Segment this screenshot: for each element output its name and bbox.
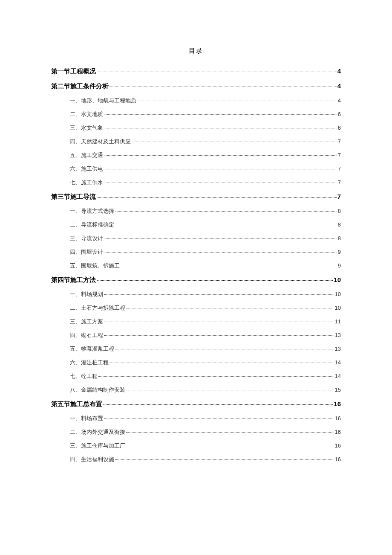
toc-label: 三、施工仓库与加工厂: [70, 443, 125, 448]
toc-leader-dots: [97, 197, 337, 198]
toc-leader-dots: [104, 418, 334, 419]
toc-entry: 三、施工方案11: [51, 319, 341, 324]
toc-entry: 三、导流设计8: [51, 235, 341, 241]
toc-page-number: 10: [335, 291, 341, 297]
toc-page-number: 16: [335, 456, 341, 462]
toc-page-number: 6: [338, 125, 341, 131]
toc-page-number: 6: [338, 111, 341, 117]
toc-entry: 五、施工交通7: [51, 152, 341, 158]
toc-label: 二、场内外交通及衔接: [70, 429, 125, 435]
toc-leader-dots: [104, 155, 337, 156]
toc-leader-dots: [115, 225, 337, 225]
toc-page-number: 16: [335, 443, 341, 448]
toc-page-number: 13: [335, 332, 341, 338]
toc-entry: 第三节施工导流7: [51, 193, 341, 200]
toc-page-number: 10: [335, 305, 341, 311]
toc-label: 第四节施工方法: [51, 276, 96, 283]
toc-leader-dots: [104, 238, 337, 239]
toc-entry: 三、施工仓库与加工厂16: [51, 443, 341, 448]
toc-label: 四、生活福利设施: [70, 456, 114, 462]
toc-label: 第一节工程概况: [51, 68, 96, 74]
toc-page-number: 14: [335, 360, 341, 365]
toc-leader-dots: [104, 322, 334, 322]
toc-label: 四、砌石工程: [70, 332, 103, 338]
toc-leader-dots: [104, 169, 337, 169]
toc-entry: 七、砼工程14: [51, 373, 341, 379]
toc-entry: 第四节施工方法10: [51, 276, 341, 283]
toc-label: 四、天然建材及土料供应: [70, 139, 131, 144]
toc-entry: 四、砌石工程13: [51, 332, 341, 338]
toc-leader-dots: [115, 459, 334, 460]
toc-leader-dots: [104, 114, 337, 115]
toc-entry: 四、天然建材及土料供应7: [51, 139, 341, 144]
toc-page-number: 8: [338, 208, 341, 214]
toc-page-number: 16: [334, 401, 341, 407]
toc-leader-dots: [132, 142, 337, 142]
toc-entry: 一、导流方式选择8: [51, 208, 341, 214]
toc-entry: 六、灌注桩工程14: [51, 360, 341, 365]
toc-page-number: 8: [338, 222, 341, 227]
toc-label: 二、水文地质: [70, 111, 103, 117]
toc-page-number: 9: [338, 249, 341, 255]
toc-label: 二、土石方与拆除工程: [70, 305, 125, 311]
toc-page-number: 14: [335, 373, 341, 379]
toc-leader-dots: [104, 335, 334, 336]
toc-page-number: 7: [337, 193, 341, 200]
toc-label: 三、施工方案: [70, 319, 103, 324]
toc-entry: 一、料场规划10: [51, 291, 341, 297]
toc-label: 四、围堰设计: [70, 249, 103, 255]
toc-leader-dots: [126, 308, 334, 308]
toc-leader-dots: [98, 376, 334, 377]
toc-label: 第三节施工导流: [51, 193, 96, 200]
toc-label: 八、金属结构制作安装: [70, 387, 125, 392]
toc-entry: 四、生活福利设施16: [51, 456, 341, 462]
toc-entry: 二、土石方与拆除工程10: [51, 305, 341, 311]
toc-label: 一、地形、地貌与工程地质: [70, 98, 136, 103]
toc-leader-dots: [104, 183, 337, 183]
toc-leader-dots: [97, 280, 333, 281]
toc-leader-dots: [103, 404, 333, 405]
toc-label: 一、料场规划: [70, 291, 103, 297]
toc-page-number: 7: [338, 166, 341, 171]
toc-leader-dots: [104, 294, 334, 295]
toc-label: 一、料场布置: [70, 416, 103, 421]
toc-entry: 三、水文气象6: [51, 125, 341, 131]
toc-leader-dots: [97, 72, 337, 72]
toc-leader-dots: [104, 252, 337, 253]
toc-page-number: 16: [335, 429, 341, 435]
toc-entry: 二、场内外交通及衔接16: [51, 429, 341, 435]
toc-entry: 一、料场布置16: [51, 416, 341, 421]
toc-page-number: 13: [335, 346, 341, 352]
table-of-contents: 第一节工程概况4第二节施工条件分析4一、地形、地貌与工程地质4二、水文地质6三、…: [51, 68, 341, 462]
toc-label: 五、帷幕灌浆工程: [70, 346, 114, 352]
toc-leader-dots: [115, 211, 337, 212]
toc-entry: 一、地形、地貌与工程地质4: [51, 98, 341, 103]
toc-page-number: 7: [338, 139, 341, 144]
toc-entry: 五、帷幕灌浆工程13: [51, 346, 341, 352]
toc-entry: 二、水文地质6: [51, 111, 341, 117]
toc-page-number: 11: [335, 319, 341, 324]
toc-label: 第五节施工总布置: [51, 401, 102, 407]
toc-page-number: 4: [337, 83, 341, 89]
toc-leader-dots: [121, 266, 337, 266]
toc-entry: 四、围堰设计9: [51, 249, 341, 255]
toc-entry: 七、施工供水7: [51, 180, 341, 185]
toc-entry: 第五节施工总布置16: [51, 401, 341, 407]
toc-page-number: 15: [335, 387, 341, 392]
toc-entry: 六、施工供电7: [51, 166, 341, 171]
toc-page-number: 7: [338, 152, 341, 158]
toc-label: 第二节施工条件分析: [51, 83, 109, 89]
toc-label: 七、施工供水: [70, 180, 103, 185]
toc-page-number: 4: [338, 98, 341, 103]
toc-label: 六、施工供电: [70, 166, 103, 171]
toc-entry: 二、导流标准确定8: [51, 222, 341, 227]
toc-label: 二、导流标准确定: [70, 222, 114, 227]
toc-entry: 第二节施工条件分析4: [51, 83, 341, 89]
toc-leader-dots: [126, 432, 334, 433]
toc-label: 三、导流设计: [70, 235, 103, 241]
toc-leader-dots: [137, 101, 337, 101]
toc-leader-dots: [115, 349, 334, 349]
toc-page-number: 16: [335, 416, 341, 421]
toc-page-number: 8: [338, 235, 341, 241]
page-title: 目录: [51, 47, 341, 55]
